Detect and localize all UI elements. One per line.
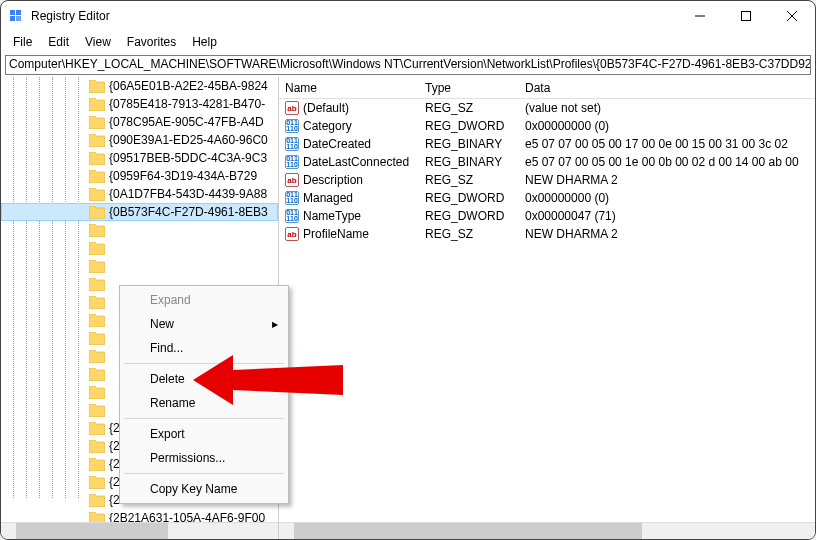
value-name: Managed [303,191,353,205]
string-value-icon: ab [285,101,299,115]
value-name: ProfileName [303,227,369,241]
folder-icon [89,98,105,111]
folder-icon [89,386,105,399]
folder-icon [89,314,105,327]
value-data: (value not set) [519,101,815,115]
tree-item[interactable]: {09517BEB-5DDC-4C3A-9C3 [1,149,278,167]
tree-item[interactable]: {090E39A1-ED25-4A60-96C0 [1,131,278,149]
tree-item-label: {06A5E01B-A2E2-45BA-9824 [109,79,268,93]
tree-item[interactable]: {06A5E01B-A2E2-45BA-9824 [1,77,278,95]
tree-item[interactable]: {0785E418-7913-4281-B470- [1,95,278,113]
window-title: Registry Editor [31,9,110,23]
folder-icon [89,152,105,165]
separator [124,363,284,364]
tree-item[interactable]: {0B573F4C-F27D-4961-8EB3 [1,203,278,221]
value-data: NEW DHARMA 2 [519,173,815,187]
value-data: 0x00000000 (0) [519,191,815,205]
svg-rect-5 [742,12,751,21]
folder-icon [89,206,105,219]
menu-edit[interactable]: Edit [40,33,77,51]
value-data: 0x00000047 (71) [519,209,815,223]
value-data: 0x00000000 (0) [519,119,815,133]
value-type: REG_SZ [419,227,519,241]
folder-icon [89,242,105,255]
tree-scrollbar-h[interactable] [1,522,278,539]
ctx-find[interactable]: Find... [122,336,286,360]
folder-icon [89,494,105,507]
tree-item-label: {0A1D7FB4-543D-4439-9A88 [109,187,267,201]
menu-help[interactable]: Help [184,33,225,51]
tree-item[interactable] [1,221,278,239]
window-controls [677,1,815,31]
tree-item-label: {090E39A1-ED25-4A60-96C0 [109,133,268,147]
svg-rect-1 [16,10,21,15]
address-bar[interactable]: Computer\HKEY_LOCAL_MACHINE\SOFTWARE\Mic… [5,55,811,75]
scrollbar-area [1,522,815,539]
list-scrollbar-h[interactable] [279,522,815,539]
string-value-icon: ab [285,227,299,241]
tree-item-label: {0B573F4C-F27D-4961-8EB3 [109,205,268,219]
value-name: Description [303,173,363,187]
tree-item-label: {09517BEB-5DDC-4C3A-9C3 [109,151,267,165]
ctx-copy-key[interactable]: Copy Key Name [122,477,286,501]
value-data: e5 07 07 00 05 00 17 00 0e 00 15 00 31 0… [519,137,815,151]
binary-value-icon: 011 110 [285,137,299,151]
menubar: File Edit View Favorites Help [1,31,815,53]
value-type: REG_DWORD [419,209,519,223]
content-area: {06A5E01B-A2E2-45BA-9824{0785E418-7913-4… [1,77,815,522]
folder-icon [89,476,105,489]
binary-value-icon: 011 110 [285,119,299,133]
ctx-expand: Expand [122,288,286,312]
tree-item[interactable] [1,239,278,257]
folder-icon [89,404,105,417]
folder-icon [89,116,105,129]
folder-icon [89,134,105,147]
binary-value-icon: 011 110 [285,155,299,169]
ctx-export[interactable]: Export [122,422,286,446]
column-data[interactable]: Data [519,79,815,97]
value-row[interactable]: ab(Default)REG_SZ(value not set) [279,99,815,117]
folder-icon [89,224,105,237]
ctx-new[interactable]: New ▶ [122,312,286,336]
value-name: DateCreated [303,137,371,151]
minimize-button[interactable] [677,1,723,31]
values-pane[interactable]: Name Type Data ab(Default)REG_SZ(value n… [279,77,815,522]
menu-view[interactable]: View [77,33,119,51]
tree-item[interactable]: {0959F64-3D19-434A-B729 [1,167,278,185]
folder-icon [89,422,105,435]
binary-value-icon: 011 110 [285,209,299,223]
column-name[interactable]: Name [279,79,419,97]
maximize-button[interactable] [723,1,769,31]
value-row[interactable]: abDescriptionREG_SZNEW DHARMA 2 [279,171,815,189]
value-row[interactable]: 011 110NameTypeREG_DWORD0x00000047 (71) [279,207,815,225]
ctx-delete[interactable]: Delete [122,367,286,391]
ctx-permissions[interactable]: Permissions... [122,446,286,470]
tree-item[interactable] [1,257,278,275]
context-menu: Expand New ▶ Find... Delete Rename Expor… [119,285,289,504]
value-row[interactable]: 011 110CategoryREG_DWORD0x00000000 (0) [279,117,815,135]
folder-icon [89,458,105,471]
value-type: REG_SZ [419,101,519,115]
tree-item[interactable]: {0A1D7FB4-543D-4439-9A88 [1,185,278,203]
folder-icon [89,440,105,453]
menu-file[interactable]: File [5,33,40,51]
folder-icon [89,332,105,345]
value-type: REG_DWORD [419,191,519,205]
titlebar[interactable]: Registry Editor [1,1,815,31]
svg-rect-2 [10,16,15,21]
value-row[interactable]: abProfileNameREG_SZNEW DHARMA 2 [279,225,815,243]
tree-item[interactable]: {078C95AE-905C-47FB-A4D [1,113,278,131]
folder-icon [89,260,105,273]
folder-icon [89,278,105,291]
tree-item[interactable]: {2B21A631-105A-4AF6-9F00 [1,509,278,522]
value-data: e5 07 07 00 05 00 1e 00 0b 00 02 d 00 14… [519,155,815,169]
column-type[interactable]: Type [419,79,519,97]
value-row[interactable]: 011 110DateLastConnectedREG_BINARYe5 07 … [279,153,815,171]
close-button[interactable] [769,1,815,31]
value-type: REG_DWORD [419,119,519,133]
value-row[interactable]: 011 110ManagedREG_DWORD0x00000000 (0) [279,189,815,207]
ctx-rename[interactable]: Rename [122,391,286,415]
folder-icon [89,512,105,523]
menu-favorites[interactable]: Favorites [119,33,184,51]
value-row[interactable]: 011 110DateCreatedREG_BINARYe5 07 07 00 … [279,135,815,153]
